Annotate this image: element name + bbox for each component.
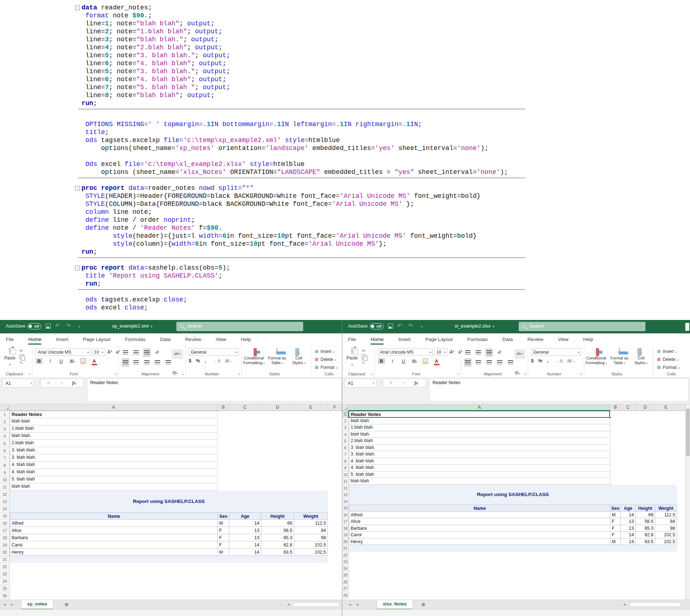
tab-home[interactable]: Home [371, 333, 384, 345]
enter-icon[interactable]: ✓ [402, 380, 406, 386]
row-header[interactable]: 17 [0, 527, 10, 534]
spreadsheet-grid[interactable]: ABCDEF1234567891011121314151617181920212… [0, 404, 342, 600]
report-cell[interactable]: 13 [620, 518, 636, 525]
font-color-button[interactable]: A [91, 358, 98, 366]
row-header[interactable]: 7 [0, 454, 10, 462]
row-header[interactable]: 13 [342, 491, 349, 498]
copy-button[interactable] [20, 354, 30, 361]
add-sheet-icon[interactable]: ⊕ [421, 602, 426, 607]
report-cell[interactable]: 62.8 [635, 531, 655, 538]
report-cell[interactable]: 102.5 [655, 531, 677, 538]
orientation-button[interactable]: ab [497, 349, 502, 355]
column-header-D[interactable]: D [636, 404, 655, 411]
grow-font-button[interactable]: A▴ [449, 349, 454, 355]
tab-view[interactable]: View [558, 333, 569, 342]
vertical-scrollbar[interactable] [685, 404, 690, 600]
report-cell[interactable]: Alice [349, 518, 611, 525]
borders-button[interactable]: ⊞▾ [68, 358, 76, 364]
autosave-toggle[interactable]: Off [28, 323, 41, 329]
insert-function-icon[interactable]: fx [72, 380, 76, 386]
reader-notes-cell[interactable]: 4. blah blah [349, 458, 610, 465]
report-cell[interactable]: F [610, 531, 621, 538]
row-header[interactable]: 25 [342, 572, 349, 579]
document-title[interactable]: xp_example2.xml▾ [92, 323, 172, 329]
code-line[interactable]: line=7; note="5. blah blah "; output; [0, 83, 690, 91]
reader-notes-cell[interactable]: 4. blah blah [349, 464, 610, 471]
row-header[interactable]: 24 [0, 578, 10, 585]
row-header[interactable]: 21 [342, 545, 349, 552]
align-bottom-button[interactable] [143, 348, 151, 357]
dialog-launcher-icon[interactable]: ↘ [28, 372, 31, 376]
code-line[interactable]: format note $90.; [0, 12, 690, 20]
scrollbar-thumb[interactable] [686, 409, 690, 456]
column-header-D[interactable]: D [261, 404, 294, 411]
code-collapse-icon[interactable]: - [75, 266, 80, 270]
align-left-button[interactable] [464, 358, 472, 367]
code-line[interactable]: STYLE(HEADER)=Header{FOREGROUND=black BA… [0, 192, 690, 200]
select-all-corner[interactable] [0, 404, 10, 411]
row-header[interactable]: 11 [342, 478, 349, 485]
select-all-corner[interactable] [342, 404, 349, 411]
increase-decimal-button[interactable]: ←.0 [213, 359, 220, 363]
report-cell[interactable]: Barbara [10, 534, 218, 541]
column-header-E[interactable]: E [655, 404, 677, 411]
formula-input[interactable]: Reader Notes [87, 378, 342, 401]
column-header-A[interactable]: A [349, 404, 610, 411]
document-title[interactable]: xl_example2.xlsx▾ [435, 323, 514, 329]
sheet-nav-prev-icon[interactable]: ◂ [349, 602, 351, 607]
insert-function-icon[interactable]: fx [414, 380, 418, 386]
undo-icon[interactable]: ↶ [55, 322, 60, 329]
redo-icon[interactable]: ↷ [408, 322, 413, 329]
report-cell[interactable]: 14 [229, 548, 261, 556]
font-name-combo[interactable]: Arial Unicode MS▾ [378, 348, 433, 356]
code-line[interactable]: style(column)={width=6in font_size=10pt … [0, 240, 690, 248]
report-cell[interactable]: Carol [10, 541, 218, 549]
reader-notes-cell[interactable]: 3. blah blah. [349, 444, 610, 451]
qat-customize-icon[interactable]: ⌄ [78, 323, 81, 328]
tab-data[interactable]: Data [502, 333, 513, 342]
column-header-B[interactable]: B [610, 404, 621, 411]
decrease-decimal-button[interactable]: .00→ [224, 359, 233, 363]
code-line[interactable]: -data reader_notes; [0, 4, 690, 12]
search-box[interactable]: Search [519, 322, 645, 331]
row-header[interactable]: 20 [0, 549, 10, 556]
reader-notes-cell[interactable]: 3. blah blah. [10, 454, 218, 462]
undo-icon[interactable]: ↶ [397, 322, 402, 329]
column-header-C[interactable]: C [229, 404, 261, 411]
code-line[interactable]: STYLE(COLUMN)=Data{FOREGROUND=black BACK… [0, 200, 690, 208]
row-header[interactable]: 3 [0, 425, 10, 433]
fill-color-button[interactable] [80, 358, 87, 365]
row-header[interactable]: 18 [342, 525, 349, 532]
report-cell[interactable]: 13 [229, 526, 261, 534]
reader-notes-cell[interactable]: 1.blah blah [10, 425, 218, 433]
hscroll-left-icon[interactable]: ◂ [287, 602, 289, 607]
reader-notes-header-cell[interactable]: Reader Notes [10, 411, 218, 419]
autosave-toggle[interactable]: Off [370, 323, 384, 329]
reader-notes-cell[interactable]: blah blah. [349, 431, 610, 438]
decrease-indent-button[interactable] [154, 358, 161, 367]
sheet-tab-active[interactable]: xp_notes [21, 600, 53, 609]
format-painter-button[interactable]: ✎ [362, 361, 373, 367]
report-cell[interactable]: 14 [620, 531, 636, 538]
horizontal-scrollbar[interactable] [293, 602, 340, 607]
column-header-B[interactable]: B [218, 404, 229, 411]
align-right-button[interactable] [143, 358, 151, 367]
tab-insert[interactable]: Insert [398, 333, 411, 342]
tab-file[interactable]: File [348, 333, 356, 342]
report-title-cell[interactable]: Report using SASHELP.CLASS [10, 498, 328, 505]
more-icon[interactable]: ⋮ [616, 602, 620, 607]
dialog-launcher-icon[interactable]: ↘ [237, 372, 240, 376]
increase-decimal-button[interactable]: ←.0 [556, 359, 562, 363]
report-cell[interactable]: 63.5 [635, 538, 655, 545]
report-cell[interactable]: Alfred [10, 519, 218, 527]
report-cell[interactable]: 65.3 [635, 525, 655, 532]
row-header[interactable]: 15 [0, 512, 10, 520]
row-header[interactable]: 12 [342, 485, 349, 492]
row-header[interactable]: 9 [0, 469, 10, 476]
name-box[interactable]: A1▾ [2, 379, 34, 387]
bold-button[interactable]: B [378, 358, 385, 364]
row-header[interactable]: 4 [342, 431, 349, 438]
report-cell[interactable]: 65.3 [261, 534, 294, 541]
code-line[interactable]: run; [0, 248, 690, 256]
percent-button[interactable]: % [196, 358, 200, 363]
